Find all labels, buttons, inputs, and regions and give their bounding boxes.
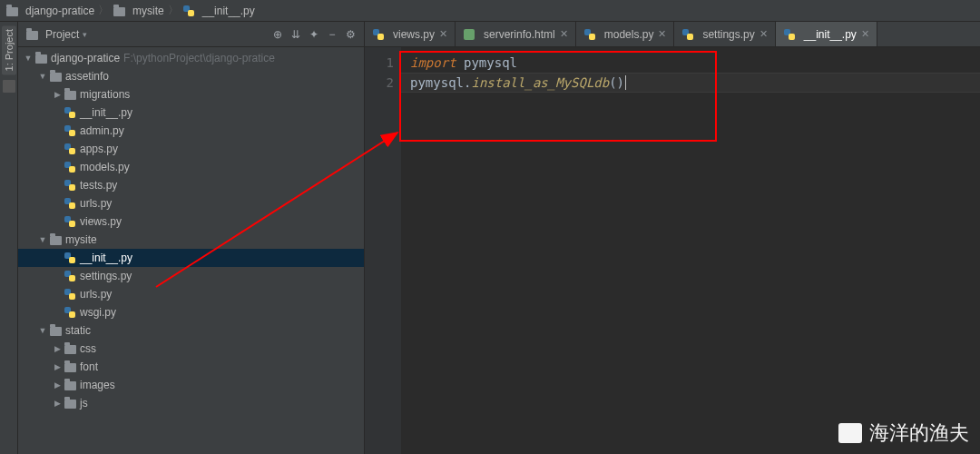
tree-folder[interactable]: ▶js bbox=[18, 394, 364, 412]
tree-item-label: wsgi.py bbox=[80, 306, 116, 319]
tree-twisty-icon[interactable]: ▶ bbox=[53, 344, 62, 353]
tree-file[interactable]: settings.py bbox=[18, 267, 364, 285]
tree-item-label: __init__.py bbox=[80, 106, 132, 119]
python-file-icon bbox=[64, 306, 76, 319]
tree-item-label: settings.py bbox=[80, 270, 132, 282]
tree-item-label: admin.py bbox=[80, 124, 124, 137]
python-file-icon bbox=[64, 252, 76, 264]
tree-twisty-icon[interactable]: ▶ bbox=[53, 90, 62, 99]
tree-folder[interactable]: ▶migrations bbox=[18, 85, 364, 104]
locate-icon[interactable]: ⊕ bbox=[271, 28, 284, 41]
editor-area: views.py✕serverinfo.html✕models.py✕setti… bbox=[365, 22, 980, 454]
line-gutter: 1 2 bbox=[365, 47, 401, 454]
tab-label: models.py bbox=[604, 28, 654, 41]
folder-icon bbox=[49, 324, 62, 337]
identifier: pymysql bbox=[464, 55, 517, 70]
gear-icon[interactable]: ⚙ bbox=[344, 28, 357, 41]
tab-label: __init__.py bbox=[804, 28, 857, 41]
tree-twisty-icon[interactable]: ▶ bbox=[53, 399, 62, 408]
tree-item-label: assetinfo bbox=[65, 70, 109, 83]
tree-item-label: js bbox=[80, 397, 88, 410]
tree-file[interactable]: urls.py bbox=[18, 285, 364, 303]
editor-body[interactable]: 1 2 import pymysql pymysql.install_as_My… bbox=[365, 47, 980, 454]
folder-icon bbox=[64, 379, 76, 391]
tree-file[interactable]: models.py bbox=[18, 158, 364, 176]
python-file-icon bbox=[64, 215, 76, 228]
code-content[interactable]: import pymysql pymysql.install_as_MySQLd… bbox=[401, 47, 980, 454]
tree-file[interactable]: wsgi.py bbox=[18, 303, 364, 321]
tree-twisty-icon[interactable]: ▼ bbox=[38, 235, 47, 244]
folder-icon bbox=[49, 233, 62, 246]
tree-twisty-icon[interactable]: ▶ bbox=[53, 362, 62, 371]
chevron-down-icon[interactable]: ▾ bbox=[83, 30, 87, 39]
folder-icon bbox=[64, 88, 76, 101]
keyword: import bbox=[410, 55, 456, 70]
tree-twisty-icon[interactable]: ▶ bbox=[53, 380, 62, 390]
project-tree[interactable]: ▼django-pratice F:\pythonProject\django-… bbox=[18, 47, 364, 454]
folder-icon bbox=[113, 5, 125, 17]
tree-file[interactable]: urls.py bbox=[18, 194, 364, 212]
folder-icon bbox=[64, 397, 76, 410]
tree-folder[interactable]: ▶css bbox=[18, 340, 364, 358]
tree-item-label: tests.py bbox=[80, 179, 117, 192]
tree-item-label: migrations bbox=[80, 88, 130, 101]
tree-item-label: urls.py bbox=[80, 197, 112, 210]
sidebar-header: Project ▾ ⊕ ⇊ ✦ − ⚙ bbox=[18, 22, 364, 47]
close-icon[interactable]: ✕ bbox=[560, 28, 568, 40]
tree-item-label: apps.py bbox=[80, 143, 118, 155]
tree-folder[interactable]: ▼static bbox=[18, 321, 364, 340]
project-tool-tab[interactable]: 1: Project bbox=[2, 25, 16, 74]
sidebar-title-label[interactable]: Project bbox=[45, 28, 79, 41]
tree-file[interactable]: admin.py bbox=[18, 122, 364, 140]
line-number: 1 bbox=[365, 53, 394, 73]
close-icon[interactable]: ✕ bbox=[439, 28, 447, 40]
python-file-icon bbox=[64, 270, 76, 282]
editor-tab[interactable]: settings.py✕ bbox=[674, 22, 775, 46]
tree-folder[interactable]: ▼django-pratice F:\pythonProject\django-… bbox=[18, 49, 364, 67]
editor-tab[interactable]: __init__.py✕ bbox=[776, 22, 877, 46]
tab-label: settings.py bbox=[702, 28, 754, 41]
breadcrumb-folder[interactable]: mysite bbox=[132, 5, 164, 17]
tree-item-label: __init__.py bbox=[80, 252, 132, 264]
tree-file[interactable]: apps.py bbox=[18, 140, 364, 158]
tree-twisty-icon[interactable]: ▼ bbox=[38, 72, 47, 81]
tree-item-label: static bbox=[65, 324, 91, 337]
tree-file[interactable]: __init__.py bbox=[18, 104, 364, 122]
identifier: pymysql bbox=[410, 75, 464, 90]
close-icon[interactable]: ✕ bbox=[760, 28, 768, 40]
breadcrumb-root[interactable]: django-pratice bbox=[25, 5, 94, 17]
folder-icon bbox=[34, 52, 47, 64]
python-file-icon bbox=[64, 179, 76, 192]
hide-sidebar-icon[interactable]: − bbox=[326, 28, 338, 41]
tree-folder[interactable]: ▼mysite bbox=[18, 231, 364, 249]
tree-folder[interactable]: ▶font bbox=[18, 358, 364, 376]
python-file-icon bbox=[64, 143, 76, 155]
tree-twisty-icon[interactable]: ▼ bbox=[38, 326, 47, 335]
tree-twisty-icon[interactable]: ▼ bbox=[24, 54, 33, 63]
folder-icon bbox=[5, 5, 18, 17]
structure-tool-icon[interactable] bbox=[3, 80, 15, 93]
collapse-all-icon[interactable]: ⇊ bbox=[289, 28, 302, 41]
python-file-icon bbox=[64, 124, 76, 137]
tree-item-path: F:\pythonProject\django-pratice bbox=[123, 52, 275, 64]
editor-tab[interactable]: models.py✕ bbox=[576, 22, 675, 46]
python-file-icon bbox=[64, 106, 76, 119]
close-icon[interactable]: ✕ bbox=[861, 28, 869, 40]
tree-file[interactable]: tests.py bbox=[18, 176, 364, 194]
editor-tab[interactable]: serverinfo.html✕ bbox=[456, 22, 576, 46]
tree-folder[interactable]: ▶images bbox=[18, 376, 364, 394]
tree-folder[interactable]: ▼assetinfo bbox=[18, 67, 364, 85]
tab-label: serverinfo.html bbox=[484, 28, 555, 41]
expand-all-icon[interactable]: ✦ bbox=[308, 28, 320, 41]
tree-item-label: django-pratice bbox=[51, 52, 120, 64]
tree-item-label: mysite bbox=[65, 233, 97, 246]
tree-file[interactable]: views.py bbox=[18, 212, 364, 231]
function-call: install_as_MySQLdb bbox=[471, 75, 609, 90]
python-file-icon bbox=[182, 5, 195, 17]
close-icon[interactable]: ✕ bbox=[658, 28, 666, 40]
tree-item-label: images bbox=[80, 379, 115, 391]
breadcrumb-file[interactable]: __init__.py bbox=[202, 5, 255, 17]
tree-file[interactable]: __init__.py bbox=[18, 249, 364, 267]
editor-tab[interactable]: views.py✕ bbox=[365, 22, 456, 46]
folder-icon bbox=[49, 70, 62, 83]
